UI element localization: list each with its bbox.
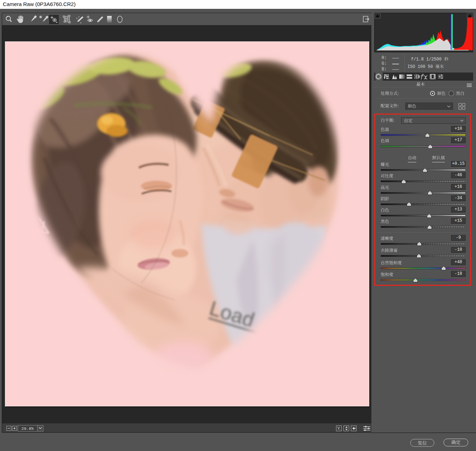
svg-text:29.8%: 29.8% — [22, 426, 34, 431]
svg-text:Y.: Y. — [337, 426, 341, 430]
